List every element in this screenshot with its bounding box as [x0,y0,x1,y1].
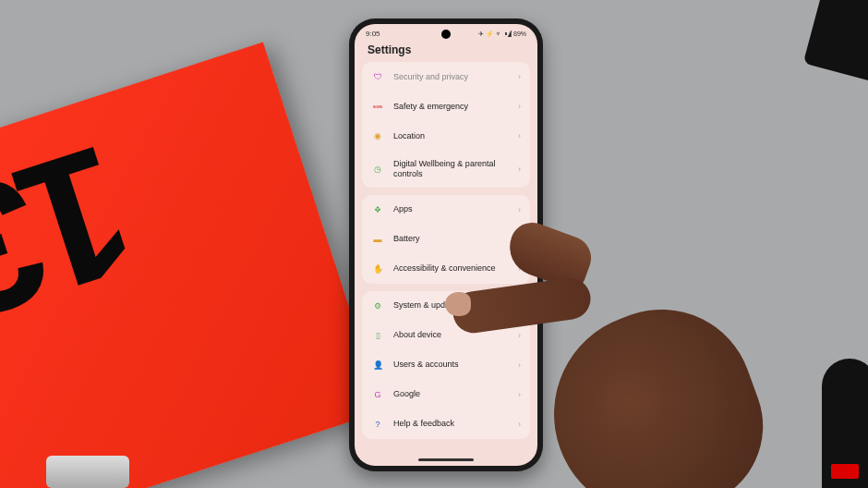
settings-item-location[interactable]: ◉Location› [362,121,530,151]
chevron-right-icon: › [518,331,521,340]
settings-group: ❖Apps›▬Battery›✋Accessibility & convenie… [362,195,530,284]
settings-item-battery[interactable]: ▬Battery› [362,225,530,254]
settings-item-apps[interactable]: ❖Apps› [362,195,530,225]
settings-item-label: Location [393,131,509,141]
help-feedback-icon: ? [371,418,384,431]
chevron-right-icon: › [518,165,521,174]
settings-item-label: Security and privacy [393,72,509,82]
settings-item-label: Help & feedback [393,419,509,429]
settings-item-digital-wellbeing[interactable]: ◷Digital Wellbeing & parental controls› [362,151,530,188]
chevron-right-icon: › [518,420,521,429]
system-updates-icon: ⚙ [371,299,384,312]
settings-item-security-privacy[interactable]: 🛡Security and privacy› [362,62,530,92]
apps-icon: ❖ [371,203,384,216]
security-privacy-icon: 🛡 [371,70,384,83]
settings-item-label: Apps [393,204,509,214]
settings-item-accessibility[interactable]: ✋Accessibility & convenience› [362,254,530,284]
battery-icon: ▬ [371,233,384,246]
settings-item-label: Accessibility & convenience [393,263,509,274]
status-time: 9:05 [366,30,380,38]
chevron-right-icon: › [518,235,521,244]
settings-item-safety-emergency[interactable]: sosSafety & emergency› [362,92,530,121]
settings-item-label: Digital Wellbeing & parental controls [393,159,509,179]
google-icon: G [371,388,384,401]
chevron-right-icon: › [518,264,521,274]
settings-item-label: System & updates [393,300,509,311]
location-icon: ◉ [371,129,384,142]
settings-group: ⚙System & updates›▯About device›👤Users &… [362,291,530,439]
settings-item-google[interactable]: GGoogle› [362,380,530,409]
settings-item-help-feedback[interactable]: ?Help & feedback› [362,409,530,439]
chevron-right-icon: › [518,72,521,81]
status-battery: 89% [513,30,526,37]
safety-emergency-icon: sos [371,100,384,113]
bg-object-top-right [803,0,868,82]
settings-item-system-updates[interactable]: ⚙System & updates› [362,291,530,321]
accessibility-icon: ✋ [371,262,384,275]
users-accounts-icon: 👤 [371,359,384,372]
phone-screen: 9:05 ✈ ⚡ ᯤ ▮◢ 89% Settings 🛡Security and… [355,24,537,466]
bg-object-bottom-left [46,456,129,488]
chevron-right-icon: › [518,390,521,399]
chevron-right-icon: › [518,301,521,311]
product-box: 13 [0,42,383,488]
chevron-right-icon: › [518,131,521,140]
page-title: Settings [355,40,537,62]
status-icons: ✈ ⚡ ᯤ ▮◢ [478,30,512,38]
settings-item-label: Safety & emergency [393,102,509,112]
settings-item-about-device[interactable]: ▯About device› [362,321,530,350]
settings-item-label: About device [393,330,509,340]
settings-item-label: Google [393,389,509,399]
digital-wellbeing-icon: ◷ [371,163,384,176]
about-device-icon: ▯ [371,329,384,342]
camera-notch [441,30,451,39]
chevron-right-icon: › [518,360,521,370]
settings-item-users-accounts[interactable]: 👤Users & accounts› [362,350,530,380]
settings-group: 🛡Security and privacy›sosSafety & emerge… [362,62,530,188]
watermark [831,464,859,479]
home-indicator[interactable] [418,458,474,461]
settings-item-label: Battery [393,234,509,244]
settings-list[interactable]: 🛡Security and privacy›sosSafety & emerge… [355,62,537,439]
product-box-label: 13 [0,116,152,347]
phone-frame: 9:05 ✈ ⚡ ᯤ ▮◢ 89% Settings 🛡Security and… [349,18,543,471]
settings-item-label: Users & accounts [393,360,509,370]
chevron-right-icon: › [518,205,521,214]
chevron-right-icon: › [518,102,521,111]
